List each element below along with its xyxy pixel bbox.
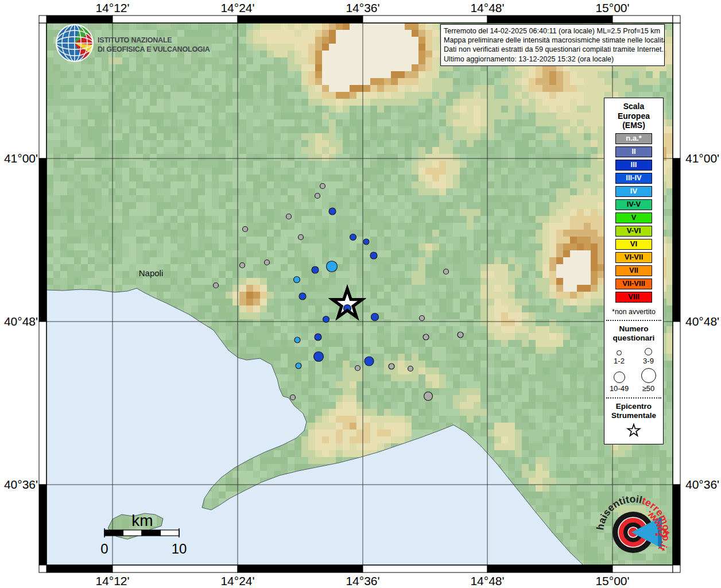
lat-label-left: 40°48': [2, 315, 38, 328]
legend-footnote: *non avvertito: [604, 308, 663, 316]
scale-bar-end: 10: [172, 541, 187, 556]
questionnaire-title-line2: questionari: [604, 334, 663, 343]
legend-title-line3: (EMS): [604, 121, 663, 130]
lon-label-bottom: 14°36': [346, 574, 379, 588]
lon-label-top: 14°24': [220, 1, 254, 15]
locality-dot-na: [315, 194, 320, 199]
locality-dot-III: [299, 293, 306, 300]
event-info-line1: Terremoto del 14-02-2025 06:40:11 (ora l…: [444, 26, 661, 36]
size-key-circle-cell: [604, 344, 634, 355]
locality-dot-na: [424, 392, 433, 401]
locality-dot-III: [363, 239, 369, 245]
lon-label-bottom: 14°48': [470, 574, 504, 588]
legend-title: Scala Europea (EMS): [604, 102, 663, 130]
size-key-circle-cell: [634, 344, 663, 355]
ems-swatch-iv-v: IV-V: [615, 199, 652, 210]
locality-dot-na: [458, 332, 463, 338]
frame-segment-top: [238, 16, 363, 23]
legend-panel: Scala Europea (EMS) n.a.*IIIIIIII-IVIVIV…: [604, 98, 664, 444]
epicenter-title-line2: Strumentale: [604, 411, 663, 420]
ems-swatch-v-vi: V-VI: [615, 226, 652, 237]
locality-dot-III: [350, 234, 356, 241]
locality-dot-na: [408, 366, 413, 372]
locality-dot-III: [329, 208, 336, 215]
ems-swatch-n-a-: n.a.*: [615, 133, 652, 144]
frame-segment-top: [487, 16, 613, 23]
lon-label-bottom: 15°00': [595, 574, 629, 588]
frame-segment-bottom: [238, 565, 363, 572]
locality-dot-III: [312, 266, 319, 273]
locality-dot-III: [323, 316, 330, 323]
lat-label-left: 41°00': [2, 152, 38, 165]
locality-dot-na: [290, 395, 296, 400]
questionnaire-count-title: Numero questionari: [604, 324, 663, 343]
locality-dot-III: [371, 314, 379, 321]
size-key-label-1-2: 1-2: [604, 355, 634, 366]
lon-label-top: 14°36': [346, 1, 379, 15]
intensity-map-page: Napoli km 0 10: [0, 0, 721, 588]
frame-segment-bottom: [46, 565, 113, 572]
ems-swatch-ii: II: [615, 146, 652, 157]
locality-dot-na: [444, 269, 449, 274]
frame-segment-right: [673, 485, 680, 565]
size-key-label-3-9: 3-9: [634, 355, 663, 366]
frame-segment-left: [39, 23, 46, 158]
lat-label-right: 40°36': [685, 478, 719, 492]
questionnaire-size-key: 1-23-910-49≥50: [604, 344, 663, 393]
locality-dot-III: [315, 334, 321, 341]
ems-swatch-vii-viii: VII-VIII: [615, 278, 652, 289]
locality-dot-na: [423, 334, 429, 340]
frame-segment-left: [39, 322, 46, 485]
ems-swatch-iii-iv: III-IV: [615, 173, 652, 184]
frame-segment-right: [673, 322, 680, 485]
frame-segment-bottom: [113, 565, 238, 572]
locality-dot-na: [243, 227, 248, 232]
ems-swatch-vi: VI: [615, 239, 652, 250]
locality-dot-na: [240, 263, 245, 268]
ingv-name-line1: ISTITUTO NAZIONALE: [98, 36, 172, 44]
locality-dot-IV: [294, 277, 300, 283]
scale-bar-unit: km: [131, 512, 153, 529]
locality-dot-IV: [327, 261, 338, 272]
frame-segment-top: [46, 16, 113, 23]
locality-dot-na: [214, 283, 219, 288]
frame-segment-right: [673, 23, 680, 158]
event-info-line4: Ultimo aggiornamento: 13-12-2025 15:32 (…: [444, 55, 661, 64]
locality-dot-na: [355, 366, 360, 371]
scale-bar-start: 0: [100, 541, 108, 556]
ems-swatch-iii: III: [615, 160, 652, 171]
epicenter-key-star: [604, 422, 663, 440]
locality-dot-III: [365, 357, 374, 366]
lon-label-top: 15°00': [595, 1, 629, 15]
locality-dot-na: [389, 363, 394, 369]
lon-label-top: 14°48': [470, 1, 504, 15]
frame-corner: [39, 16, 46, 23]
ems-swatch-iv: IV: [615, 186, 652, 197]
legend-title-line1: Scala: [604, 102, 663, 111]
frame-segment-left: [39, 485, 46, 565]
frame-segment-bottom: [613, 565, 673, 572]
ingv-name-line2: DI GEOFISICA E VULCANOLOGIA: [98, 45, 210, 53]
lon-label-bottom: 14°12': [95, 574, 129, 588]
lat-label-right: 41°00': [685, 152, 719, 165]
lon-label-top: 14°12': [95, 1, 129, 15]
frame-segment-top: [113, 16, 238, 23]
lat-label-right: 40°48': [685, 315, 719, 328]
frame-corner: [673, 565, 680, 572]
legend-title-line2: Europea: [604, 111, 663, 121]
frame-segment-left: [39, 158, 46, 322]
star-icon: [626, 422, 642, 438]
locality-dot-IV: [294, 337, 300, 343]
city-label-napoli: Napoli: [139, 268, 164, 278]
lon-label-bottom: 14°24': [220, 574, 254, 588]
frame-segment-right: [673, 158, 680, 322]
size-key-circle-cell: [604, 366, 634, 383]
ems-swatch-vi-vii: VI-VII: [615, 252, 652, 263]
epicenter-title-line1: Epicentro: [604, 402, 663, 411]
size-key-circle-≥50: [641, 368, 656, 383]
frame-segment-bottom: [363, 565, 487, 572]
locality-dot-na: [299, 235, 304, 240]
size-key-circle-1-2: [617, 350, 622, 355]
legend-separator: [606, 320, 661, 321]
size-key-circle-3-9: [645, 348, 652, 355]
